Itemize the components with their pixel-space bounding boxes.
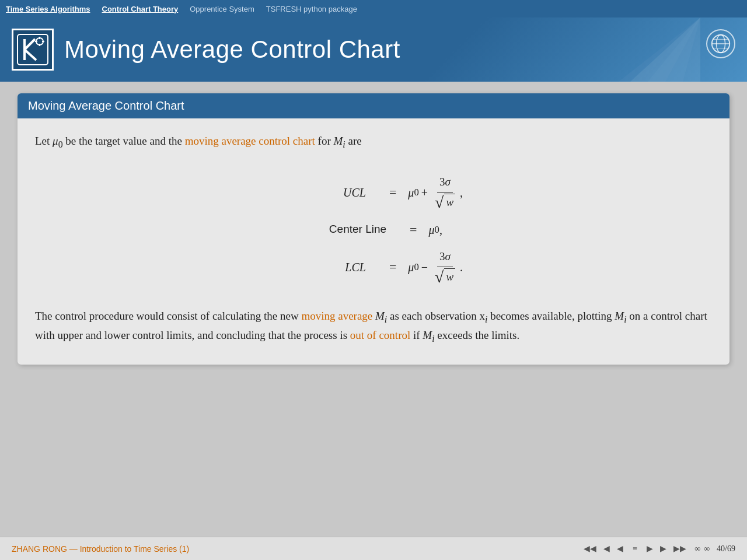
svg-rect-3 <box>18 34 48 65</box>
lcl-label: LCL <box>284 258 366 276</box>
mu0-symbol: μ0 <box>53 135 62 147</box>
page-number: 40/69 <box>717 544 735 554</box>
content-box: Moving Average Control Chart Let μ0 be t… <box>18 93 729 365</box>
centerline-eq: = <box>410 220 417 239</box>
nav-time-series[interactable]: Time Series Algorithms <box>6 5 90 13</box>
Mi-symbol2: Mi <box>375 310 387 322</box>
lcl-numerator: 3σ <box>437 249 453 267</box>
moving-avg-link2[interactable]: moving average <box>301 310 372 322</box>
nav-tsfresh[interactable]: TSFRESH python package <box>266 5 357 13</box>
page-title: Moving Average Control Chart <box>64 36 400 64</box>
centerline-rhs: μ0, <box>429 221 442 239</box>
sqrt-w: √ w <box>435 194 455 211</box>
nav-prev2[interactable]: ◀ <box>615 542 626 555</box>
intro-paragraph: Let μ0 be the target value and the movin… <box>35 132 712 152</box>
ucl-fraction: 3σ √ w <box>432 174 458 211</box>
lcl-formula: LCL = μ0 − 3σ √ w <box>284 249 463 285</box>
sqrt-symbol-lcl: √ <box>435 269 444 285</box>
ucl-rhs: μ0 + 3σ √ w , <box>408 174 463 211</box>
content-body: Let μ0 be the target value and the movin… <box>18 118 729 365</box>
content-box-title: Moving Average Control Chart <box>18 93 729 118</box>
ucl-eq: = <box>389 183 396 202</box>
header: Moving Average Control Chart <box>0 18 747 82</box>
centerline-label: Center Line <box>305 221 386 238</box>
out-of-control-link[interactable]: out of control <box>350 329 410 341</box>
sqrt-content-w: w <box>444 194 455 211</box>
kde-logo-icon <box>16 33 49 66</box>
nav-next2[interactable]: ▶ <box>658 542 669 555</box>
formula-section: UCL = μ0 + 3σ √ w <box>35 169 712 290</box>
loop-icon2: ∞ <box>704 544 710 554</box>
main-content: Moving Average Control Chart Let μ0 be t… <box>0 82 747 537</box>
sqrt-content-w-lcl: w <box>444 268 455 286</box>
header-decor <box>584 18 700 82</box>
conclusion-paragraph: The control procedure would consist of c… <box>35 307 712 346</box>
lcl-rhs: μ0 − 3σ √ w . <box>408 249 463 285</box>
nav-opprentice[interactable]: Opprentice System <box>190 5 254 13</box>
globe-icon[interactable] <box>706 29 735 58</box>
ucl-formula: UCL = μ0 + 3σ √ w <box>284 174 463 211</box>
nav-prev[interactable]: ◀ <box>601 542 612 555</box>
ucl-numerator: 3σ <box>437 174 453 192</box>
ucl-denominator: √ w <box>432 192 458 211</box>
author-label: ZHANG RONG — Introduction to Time Series… <box>12 544 189 554</box>
logo-box <box>12 29 54 71</box>
Mi-symbol: Mi <box>333 135 345 147</box>
nav-control-chart[interactable]: Control Chart Theory <box>102 5 179 13</box>
lcl-denominator: √ w <box>432 267 458 286</box>
svg-line-5 <box>25 39 35 50</box>
lcl-eq: = <box>389 257 396 276</box>
svg-line-6 <box>25 50 36 60</box>
nav-first[interactable]: ◀◀ <box>581 542 599 555</box>
centerline-formula: Center Line = μ0, <box>305 220 442 239</box>
nav-next[interactable]: ▶ <box>644 542 655 555</box>
lcl-fraction: 3σ √ w <box>432 249 458 285</box>
nav-last[interactable]: ▶▶ <box>671 542 689 555</box>
loop-icon: ∞ <box>694 544 700 554</box>
sqrt-w-lcl: √ w <box>435 268 455 286</box>
ucl-label: UCL <box>284 184 366 201</box>
moving-avg-link[interactable]: moving average control chart <box>185 135 315 147</box>
nav-page-icon: ≡ <box>630 543 640 555</box>
bottom-bar: ZHANG RONG — Introduction to Time Series… <box>0 537 747 560</box>
sqrt-symbol: √ <box>435 194 444 211</box>
topbar: Time Series Algorithms Control Chart The… <box>0 0 747 18</box>
navigation-arrows: ◀◀ ◀ ◀ ≡ ▶ ▶ ▶▶ ∞ ∞ 40/69 <box>581 542 735 555</box>
